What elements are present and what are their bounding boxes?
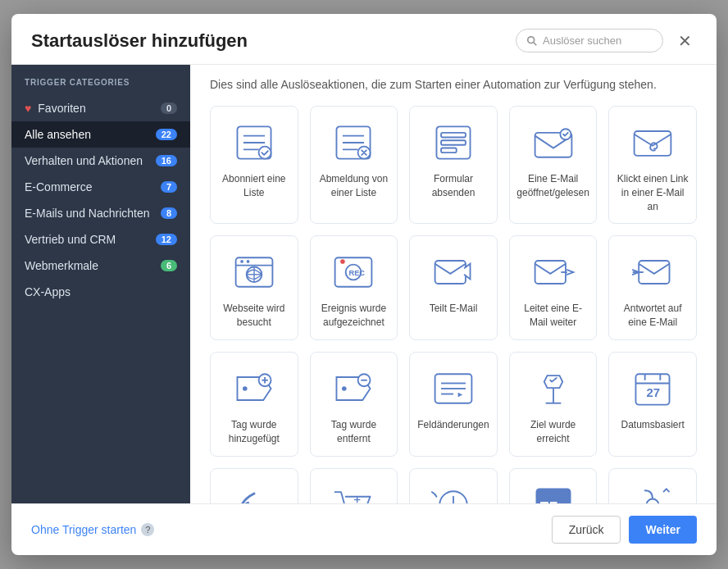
trigger-card-score[interactable]: 75 Score	[509, 468, 598, 503]
trigger-card-tag-hinzugefuegt[interactable]: Tag wurde hinzugefügt	[210, 352, 298, 457]
modal-footer: Ohne Trigger starten ? Zurück Weiter	[11, 503, 717, 555]
sidebar-item-label: Favoriten	[38, 102, 85, 115]
sidebar-item-left: CX-Apps	[25, 285, 71, 298]
form-icon	[427, 120, 480, 166]
sidebar-badge: 0	[161, 102, 177, 114]
sidebar-item-webmerkmale[interactable]: Webmerkmale6	[11, 253, 190, 279]
trigger-label: Antwortet auf eine E-Mail	[616, 302, 689, 330]
next-button[interactable]: Weiter	[629, 516, 697, 544]
sidebar-item-left: Webmerkmale	[25, 259, 98, 272]
trigger-card-abmeldung-liste[interactable]: Abmeldung von einer Liste	[310, 106, 398, 224]
trigger-card-tag-entfernt[interactable]: Tag wurde entfernt	[310, 352, 398, 457]
trigger-card-antwortet-email[interactable]: Antwortet auf eine E-Mail	[608, 235, 697, 340]
clock-icon	[427, 482, 480, 503]
svg-text:27: 27	[647, 385, 661, 399]
svg-point-0	[528, 36, 535, 43]
back-button[interactable]: Zurück	[552, 516, 621, 544]
sidebar-item-left: E-Mails und Nachrichten	[25, 207, 150, 220]
tag-remove-icon	[327, 366, 380, 412]
footer-right: Zurück Weiter	[552, 516, 697, 544]
trigger-card-datumsbasiert[interactable]: 27 Datumsbasiert	[608, 352, 697, 457]
trigger-label: Ziel wurde erreicht	[516, 418, 590, 446]
search-box[interactable]: Auslöser suchen	[516, 29, 663, 52]
trigger-card-leitet-email[interactable]: Leitet eine E-Mail weiter	[509, 235, 598, 340]
share-email-icon	[427, 249, 480, 295]
sidebar-item-verhalten[interactable]: Verhalten und Aktionen16	[11, 148, 190, 174]
rss-icon	[228, 482, 280, 503]
help-icon[interactable]: ?	[141, 523, 154, 536]
footer-left: Ohne Trigger starten ?	[31, 523, 154, 536]
trigger-grid: Abonniert eine Liste Abmeldung von einer…	[210, 106, 697, 503]
cart-icon	[327, 482, 380, 503]
close-button[interactable]: ✕	[673, 31, 697, 51]
webhook-icon	[626, 482, 679, 503]
trigger-card-ereignis[interactable]: REC Ereignis wurde aufgezeichnet	[310, 235, 398, 340]
trigger-label: Leitet eine E-Mail weiter	[516, 302, 590, 330]
trigger-card-email-geoeffnet[interactable]: Eine E-Mail geöffnet/gelesen	[509, 106, 598, 224]
trigger-label: Abmeldung von einer Liste	[317, 172, 391, 200]
goal-icon	[527, 366, 580, 412]
trigger-label: Klickt einen Link in einer E-Mail an	[616, 172, 689, 213]
sidebar-item-alle[interactable]: Alle ansehen22	[11, 121, 190, 148]
trigger-label: Datumsbasiert	[621, 418, 685, 432]
sidebar: TRIGGER CATEGORIES ♥Favoriten0Alle anseh…	[11, 65, 190, 503]
sidebar-badge: 22	[156, 129, 177, 140]
sidebar-item-cxapps[interactable]: CX-Apps	[11, 279, 190, 305]
tag-add-icon	[228, 366, 280, 412]
trigger-label: Formular absenden	[416, 172, 490, 200]
trigger-grid-wrapper: Abonniert eine Liste Abmeldung von einer…	[190, 99, 717, 503]
svg-line-1	[534, 42, 537, 45]
modal-title: Startauslöser hinzufügen	[31, 30, 248, 52]
sidebar-section-title: TRIGGER CATEGORIES	[11, 78, 190, 95]
sidebar-item-label: Verhalten und Aktionen	[25, 154, 143, 167]
trigger-label: Abonniert eine Liste	[217, 172, 291, 200]
trigger-card-ziel-erreicht[interactable]: Ziel wurde erreicht	[509, 352, 598, 457]
trigger-card-rss[interactable]: RSS	[210, 468, 298, 503]
sidebar-item-ecommerce[interactable]: E-Commerce7	[11, 174, 190, 200]
field-change-icon	[427, 366, 480, 412]
heart-icon: ♥	[25, 102, 31, 115]
trigger-label: Feldänderungen	[417, 418, 489, 432]
trigger-card-feldaenderungen[interactable]: Feldänderungen	[409, 352, 498, 457]
sidebar-item-label: Alle ansehen	[25, 128, 91, 141]
header-right: Auslöser suchen ✕	[516, 29, 697, 52]
no-trigger-link[interactable]: Ohne Trigger starten	[31, 523, 136, 536]
email-link-icon	[626, 120, 679, 166]
svg-text:75: 75	[539, 498, 558, 503]
trigger-card-teilt-email[interactable]: Teilt E-Mail	[409, 235, 498, 340]
sidebar-item-left: ♥Favoriten	[25, 102, 86, 115]
list-x-icon	[327, 120, 380, 166]
trigger-label: Tag wurde entfernt	[317, 418, 391, 446]
trigger-card-webhook[interactable]: Webhook	[608, 468, 697, 503]
trigger-card-warenkorb[interactable]: Warenkorb	[310, 468, 398, 503]
calendar-icon: 27	[626, 366, 679, 412]
svg-point-39	[342, 386, 347, 391]
sidebar-item-emails[interactable]: E-Mails und Nachrichten8	[11, 200, 190, 226]
svg-point-35	[243, 386, 248, 391]
sidebar-item-label: Vertrieb und CRM	[25, 233, 116, 246]
sidebar-item-vertrieb[interactable]: Vertrieb und CRM12	[11, 226, 190, 253]
trigger-label: Teilt E-Mail	[430, 302, 478, 316]
sidebar-badge: 12	[156, 234, 177, 245]
list-check-icon	[228, 120, 280, 166]
main-content: Dies sind alle Auslöseaktionen, die zum …	[190, 65, 717, 503]
sidebar-item-left: Vertrieb und CRM	[25, 233, 116, 246]
sidebar-item-label: CX-Apps	[25, 285, 71, 298]
sidebar-item-favoriten[interactable]: ♥Favoriten0	[11, 95, 190, 121]
trigger-card-abonniert-liste[interactable]: Abonniert eine Liste	[210, 106, 298, 224]
trigger-label: Tag wurde hinzugefügt	[217, 418, 291, 446]
trigger-card-zeitbasiert[interactable]: Zeitbasiert	[409, 468, 498, 503]
sidebar-items: ♥Favoriten0Alle ansehen22Verhalten und A…	[11, 95, 190, 305]
sidebar-badge: 6	[161, 260, 177, 271]
trigger-card-link-klick[interactable]: Klickt einen Link in einer E-Mail an	[608, 106, 697, 224]
trigger-card-webseite[interactable]: Webseite wird besucht	[210, 235, 298, 340]
svg-rect-30	[435, 261, 466, 284]
trigger-label: Ereignis wurde aufgezeichnet	[317, 302, 391, 330]
sidebar-item-left: Verhalten und Aktionen	[25, 154, 143, 167]
sidebar-item-label: Webmerkmale	[25, 259, 98, 272]
forward-email-icon	[527, 249, 580, 295]
sidebar-badge: 8	[161, 207, 177, 219]
trigger-card-formular[interactable]: Formular absenden	[409, 106, 498, 224]
search-icon	[526, 35, 538, 47]
trigger-label: Webseite wird besucht	[217, 302, 291, 330]
